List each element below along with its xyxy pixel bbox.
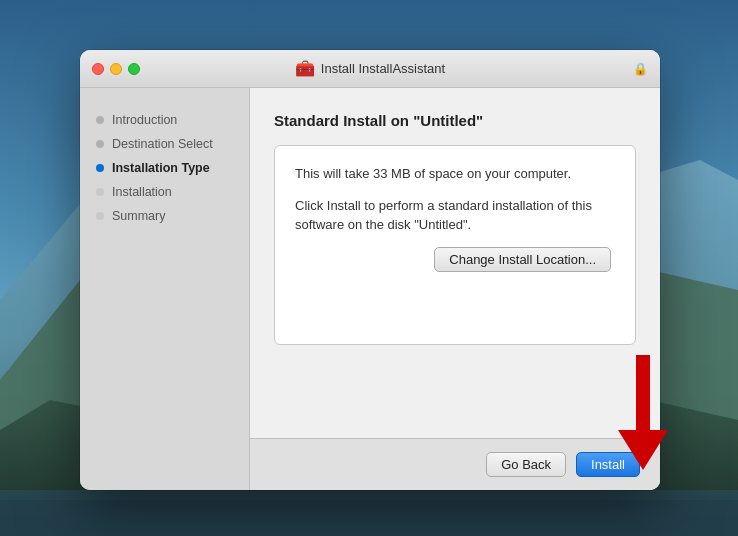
window-title-text: Install InstallAssistant (321, 61, 445, 76)
sidebar-item-introduction[interactable]: Introduction (80, 108, 249, 132)
sidebar-dot-installation-type (96, 164, 104, 172)
sidebar-dot-destination (96, 140, 104, 148)
sidebar-item-installation-type[interactable]: Installation Type (80, 156, 249, 180)
traffic-lights (92, 63, 140, 75)
lock-icon: 🔒 (633, 62, 648, 76)
sidebar: Introduction Destination Select Installa… (80, 88, 250, 490)
footer: Go Back Install (250, 438, 660, 490)
zoom-button[interactable] (128, 63, 140, 75)
go-back-button[interactable]: Go Back (486, 452, 566, 477)
sidebar-dot-summary (96, 212, 104, 220)
install-button[interactable]: Install (576, 452, 640, 477)
content-inner: Standard Install on "Untitled" This will… (250, 88, 660, 438)
sidebar-dot-introduction (96, 116, 104, 124)
window-title: 🧰 Install InstallAssistant (295, 59, 445, 78)
title-bar: 🧰 Install InstallAssistant 🔒 (80, 50, 660, 88)
content-title: Standard Install on "Untitled" (274, 112, 636, 129)
sidebar-item-summary[interactable]: Summary (80, 204, 249, 228)
close-button[interactable] (92, 63, 104, 75)
content-paragraph2: Click Install to perform a standard inst… (295, 196, 615, 235)
minimize-button[interactable] (110, 63, 122, 75)
sidebar-item-destination[interactable]: Destination Select (80, 132, 249, 156)
change-location-row: Change Install Location... (295, 247, 615, 272)
content-box: This will take 33 MB of space on your co… (274, 145, 636, 345)
window-title-icon: 🧰 (295, 59, 315, 78)
sidebar-label-summary: Summary (112, 209, 165, 223)
sidebar-label-installation-type: Installation Type (112, 161, 210, 175)
sidebar-label-installation: Installation (112, 185, 172, 199)
content-paragraph1: This will take 33 MB of space on your co… (295, 164, 615, 184)
sidebar-label-destination: Destination Select (112, 137, 213, 151)
sidebar-item-installation[interactable]: Installation (80, 180, 249, 204)
sidebar-dot-installation (96, 188, 104, 196)
installer-window: 🧰 Install InstallAssistant 🔒 Introductio… (80, 50, 660, 490)
window-body: Introduction Destination Select Installa… (80, 88, 660, 490)
main-content: Standard Install on "Untitled" This will… (250, 88, 660, 490)
sidebar-label-introduction: Introduction (112, 113, 177, 127)
change-install-location-button[interactable]: Change Install Location... (434, 247, 611, 272)
svg-rect-5 (0, 500, 738, 536)
